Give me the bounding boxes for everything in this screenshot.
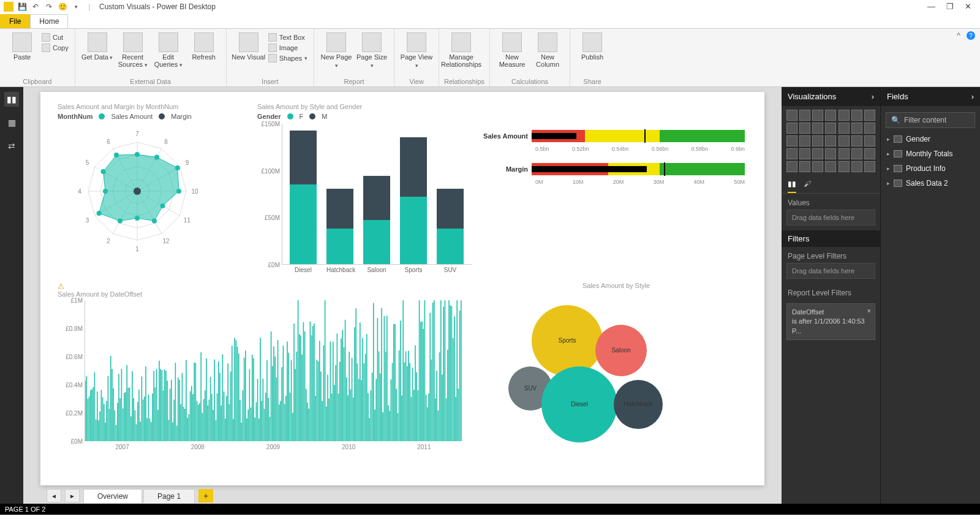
smiley-icon[interactable]: 🙂 [58, 2, 67, 12]
viz-type-icon[interactable] [799, 110, 810, 121]
viz-type-icon[interactable] [839, 123, 850, 134]
field-table[interactable]: Monthly Totals [881, 146, 980, 161]
data-view-icon[interactable]: ▦ [4, 115, 19, 130]
visual-radar[interactable]: Sales Amount and Margin by MonthNum Mont… [58, 103, 241, 260]
copy-button[interactable]: Copy [40, 43, 70, 53]
svg-text:12: 12 [162, 238, 170, 245]
viz-type-icon[interactable] [786, 135, 797, 146]
viz-type-icon[interactable] [839, 161, 850, 172]
viz-type-icon[interactable] [812, 148, 823, 159]
textbox-button[interactable]: Text Box [267, 32, 309, 42]
viz-type-icon[interactable] [799, 123, 810, 134]
page-tab-overview[interactable]: Overview [83, 489, 142, 503]
edit-queries-button[interactable]: Edit Queries [151, 30, 186, 69]
page-tab-page1[interactable]: Page 1 [143, 489, 195, 503]
get-data-button[interactable]: Get Data [80, 30, 115, 61]
model-view-icon[interactable]: ⇄ [4, 138, 19, 153]
viz-type-icon[interactable] [839, 148, 850, 159]
page-prev-button[interactable]: ◄ [47, 489, 61, 502]
viz-type-icon[interactable] [786, 148, 797, 159]
viz-type-icon[interactable] [839, 110, 850, 121]
visual-bullet[interactable]: Sales Amount0.5bn0.52bn0.54bn0.56bn0.58b… [481, 130, 745, 196]
viz-type-icon[interactable] [851, 135, 862, 146]
image-button[interactable]: Image [267, 43, 309, 53]
viz-type-icon[interactable] [786, 123, 797, 134]
copy-icon [42, 44, 50, 52]
new-page-button[interactable]: New Page [319, 30, 353, 69]
add-page-button[interactable]: + [198, 489, 213, 502]
recent-sources-button[interactable]: Recent Sources [116, 30, 150, 69]
visual-stacked-bar[interactable]: Sales Amount by Style and Gender Gender … [257, 103, 472, 265]
viz-type-icon[interactable] [799, 135, 810, 146]
viz-type-icon[interactable] [864, 161, 875, 172]
fields-tab-icon[interactable]: ▮▮ [788, 180, 796, 193]
viz-type-icon[interactable] [825, 135, 836, 146]
refresh-button[interactable]: Refresh [187, 30, 221, 61]
values-dropwell[interactable]: Drag data fields here [786, 210, 875, 226]
visual-line[interactable]: ⚠ Sales Amount by DateOffset £0M£0.2M£0.… [58, 282, 462, 450]
shapes-button[interactable]: Shapes ▾ [267, 53, 309, 63]
viz-type-icon[interactable] [825, 123, 836, 134]
page-next-button[interactable]: ► [65, 489, 80, 502]
visualization-picker [782, 106, 880, 176]
report-canvas[interactable]: Sales Amount and Margin by MonthNum Mont… [40, 92, 764, 485]
report-view-icon[interactable]: ▮▮ [4, 92, 19, 107]
viz-type-icon[interactable] [812, 161, 823, 172]
filter-card-dateoffset[interactable]: × DateOffset is after 1/1/2006 1:40:53 P… [786, 303, 875, 340]
paste-button[interactable]: Paste [5, 30, 39, 61]
close-button[interactable]: ✕ [965, 2, 971, 11]
viz-type-icon[interactable] [812, 123, 823, 134]
new-measure-button[interactable]: New Measure [495, 30, 529, 68]
ribbon: ^ ? Paste Cut Copy Clipboard Get Data Re… [0, 28, 980, 87]
new-visual-button[interactable]: New Visual [232, 30, 266, 61]
viz-type-icon[interactable] [825, 110, 836, 121]
viz-type-icon[interactable] [851, 110, 862, 121]
viz-type-icon[interactable] [812, 110, 823, 121]
minimize-button[interactable]: — [927, 2, 935, 11]
fields-search[interactable]: 🔍 Filter content [886, 112, 975, 128]
help-icon[interactable]: ? [967, 31, 975, 40]
page-view-button[interactable]: Page View [399, 30, 434, 69]
group-share: Publish Share [570, 29, 614, 86]
viz-type-icon[interactable] [864, 135, 875, 146]
page-size-button[interactable]: Page Size [355, 30, 389, 69]
redo-icon[interactable]: ↷ [44, 2, 54, 12]
field-table[interactable]: Sales Data 2 [881, 176, 980, 191]
viz-type-icon[interactable] [786, 161, 797, 172]
bar-chart-body: £0M£50M£100M£150MDieselHatchbackSaloonSp… [282, 124, 472, 265]
remove-filter-icon[interactable]: × [867, 306, 871, 316]
format-tab-icon[interactable]: 🖌 [804, 180, 811, 193]
viz-type-icon[interactable] [825, 148, 836, 159]
visual-bubble[interactable]: Sales Amount by Style SportsSaloonSUVDie… [494, 282, 739, 453]
visualizations-header[interactable]: Visualizations› [782, 87, 880, 106]
collapse-ribbon-icon[interactable]: ^ [957, 31, 960, 40]
fields-header[interactable]: Fields› [881, 87, 980, 106]
page-filters-dropwell[interactable]: Drag data fields here [786, 263, 875, 279]
field-table[interactable]: Product Info [881, 161, 980, 176]
viz-type-icon[interactable] [851, 161, 862, 172]
viz-type-icon[interactable] [799, 161, 810, 172]
maximize-button[interactable]: ❐ [946, 2, 954, 11]
save-icon[interactable]: 💾 [17, 2, 27, 12]
viz-type-icon[interactable] [864, 148, 875, 159]
manage-relationships-button[interactable]: Manage Relationships [444, 30, 478, 68]
viz-type-icon[interactable] [839, 135, 850, 146]
qat-dropdown-icon[interactable]: ▾ [71, 2, 81, 12]
publish-button[interactable]: Publish [575, 30, 609, 61]
viz-type-icon[interactable] [825, 161, 836, 172]
field-table[interactable]: Gender [881, 132, 980, 146]
tab-file[interactable]: File [0, 14, 30, 28]
viz-type-icon[interactable] [799, 148, 810, 159]
svg-point-32 [176, 189, 181, 194]
viz-type-icon[interactable] [812, 135, 823, 146]
undo-icon[interactable]: ↶ [31, 2, 40, 12]
viz-type-icon[interactable] [864, 123, 875, 134]
viz-type-icon[interactable] [786, 110, 797, 121]
viz-type-icon[interactable] [864, 110, 875, 121]
viz-type-icon[interactable] [851, 123, 862, 134]
new-column-button[interactable]: New Column [530, 30, 565, 68]
cut-button[interactable]: Cut [40, 32, 70, 42]
viz-type-icon[interactable] [851, 148, 862, 159]
tab-home[interactable]: Home [30, 14, 68, 29]
bubble-svg: SportsSaloonSUVDieselHatchback [494, 292, 690, 451]
